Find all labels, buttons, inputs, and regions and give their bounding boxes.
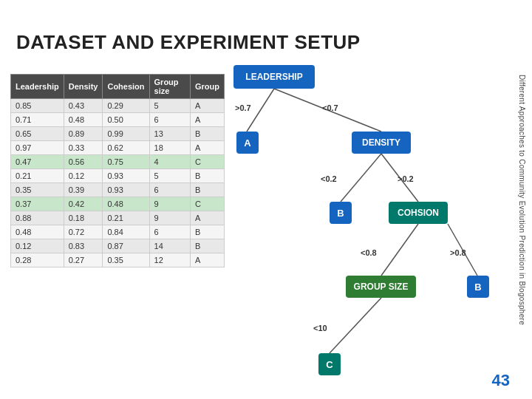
edge-gt07: >0.7 [235, 103, 251, 112]
table-cell-density: 0.83 [64, 239, 103, 253]
table-cell-cohesion: 0.29 [103, 99, 149, 113]
table-cell-leadership: 0.37 [11, 197, 64, 211]
data-table: Leadership Density Cohesion Group size G… [10, 74, 225, 267]
table-cell-density: 0.39 [64, 183, 103, 197]
table-cell-density: 0.18 [64, 211, 103, 225]
table-row: 0.210.120.935B [11, 169, 225, 183]
table-cell-group: B [191, 183, 225, 197]
node-cohesion: COHSION [389, 202, 448, 224]
table-cell-leadership: 0.71 [11, 113, 64, 127]
table-cell-group: A [191, 253, 225, 267]
table-cell-group: A [191, 141, 225, 155]
table-cell-group_size: 9 [149, 197, 190, 211]
table-cell-group_size: 9 [149, 211, 190, 225]
table-cell-leadership: 0.12 [11, 239, 64, 253]
table-cell-density: 0.43 [64, 99, 103, 113]
table-cell-density: 0.12 [64, 169, 103, 183]
table-cell-group_size: 12 [149, 253, 190, 267]
table-cell-group_size: 4 [149, 155, 190, 169]
table-cell-density: 0.33 [64, 141, 103, 155]
table-cell-group_size: 6 [149, 113, 190, 127]
edge-gt02: >0.2 [398, 174, 414, 183]
leaf-a1: A [236, 132, 259, 154]
table-cell-leadership: 0.21 [11, 169, 64, 183]
decision-tree: LEADERSHIP >0.7 <0.7 A DENSITY <0.2 >0.2… [233, 65, 507, 390]
table-cell-density: 0.48 [64, 113, 103, 127]
table-cell-cohesion: 0.50 [103, 113, 149, 127]
table-cell-group: A [191, 211, 225, 225]
table-cell-group: B [191, 239, 225, 253]
page-title: DATASET AND EXPERIMENT SETUP [16, 31, 361, 54]
table-cell-cohesion: 0.99 [103, 127, 149, 141]
table-cell-group_size: 5 [149, 99, 190, 113]
col-header-density: Density [64, 75, 103, 99]
svg-line-4 [381, 224, 418, 276]
table-cell-group: C [191, 197, 225, 211]
table-cell-group: C [191, 155, 225, 169]
node-groupsize: GROUP SIZE [346, 276, 416, 298]
table-cell-leadership: 0.35 [11, 183, 64, 197]
table-cell-cohesion: 0.48 [103, 197, 149, 211]
svg-line-2 [341, 154, 381, 202]
table-row: 0.480.720.846B [11, 225, 225, 239]
table-row: 0.470.560.754C [11, 155, 225, 169]
table-cell-group_size: 6 [149, 225, 190, 239]
vertical-label: Different Approaches to Community Evolut… [516, 0, 529, 399]
table-cell-cohesion: 0.84 [103, 225, 149, 239]
table-cell-density: 0.56 [64, 155, 103, 169]
leaf-c: C [318, 353, 341, 375]
table-cell-group_size: 13 [149, 127, 190, 141]
table-cell-group: B [191, 169, 225, 183]
node-density: DENSITY [352, 132, 411, 154]
table-cell-cohesion: 0.93 [103, 169, 149, 183]
table-row: 0.850.430.295A [11, 99, 225, 113]
table-cell-group: B [191, 225, 225, 239]
table-cell-leadership: 0.48 [11, 225, 64, 239]
table-row: 0.970.330.6218A [11, 141, 225, 155]
table-cell-density: 0.27 [64, 253, 103, 267]
edge-lt10: <10 [313, 324, 327, 332]
table-row: 0.650.890.9913B [11, 127, 225, 141]
leaf-b2: B [467, 276, 489, 298]
table-cell-cohesion: 0.62 [103, 141, 149, 155]
table-cell-leadership: 0.97 [11, 141, 64, 155]
table-row: 0.710.480.506A [11, 113, 225, 127]
table-cell-group_size: 6 [149, 183, 190, 197]
col-header-leadership: Leadership [11, 75, 64, 99]
table-cell-density: 0.89 [64, 127, 103, 141]
table-cell-leadership: 0.47 [11, 155, 64, 169]
table-row: 0.350.390.936B [11, 183, 225, 197]
col-header-groupsize: Group size [149, 75, 190, 99]
svg-line-6 [330, 298, 381, 353]
table-cell-group: A [191, 99, 225, 113]
table-cell-group_size: 18 [149, 141, 190, 155]
col-header-group: Group [191, 75, 225, 99]
table-cell-cohesion: 0.93 [103, 183, 149, 197]
edge-lt07: <0.7 [322, 103, 338, 112]
table-cell-group: A [191, 113, 225, 127]
table-cell-leadership: 0.85 [11, 99, 64, 113]
table-cell-cohesion: 0.75 [103, 155, 149, 169]
table-cell-group: B [191, 127, 225, 141]
edge-lt02: <0.2 [321, 174, 337, 183]
col-header-cohesion: Cohesion [103, 75, 149, 99]
table-cell-group_size: 14 [149, 239, 190, 253]
table-cell-leadership: 0.88 [11, 211, 64, 225]
table-cell-cohesion: 0.87 [103, 239, 149, 253]
table-cell-density: 0.72 [64, 225, 103, 239]
table-cell-cohesion: 0.21 [103, 211, 149, 225]
table-row: 0.370.420.489C [11, 197, 225, 211]
table-row: 0.120.830.8714B [11, 239, 225, 253]
page-number: 43 [492, 371, 510, 390]
table-row: 0.280.270.3512A [11, 253, 225, 267]
leaf-b1: B [330, 202, 352, 224]
edge-gt08: >0.8 [450, 248, 466, 257]
node-leadership: LEADERSHIP [233, 65, 315, 89]
table-cell-cohesion: 0.35 [103, 253, 149, 267]
table-cell-leadership: 0.65 [11, 127, 64, 141]
edge-lt08: <0.8 [361, 248, 377, 257]
table-cell-density: 0.42 [64, 197, 103, 211]
table-cell-leadership: 0.28 [11, 253, 64, 267]
tree-svg [233, 65, 507, 390]
table-cell-group_size: 5 [149, 169, 190, 183]
